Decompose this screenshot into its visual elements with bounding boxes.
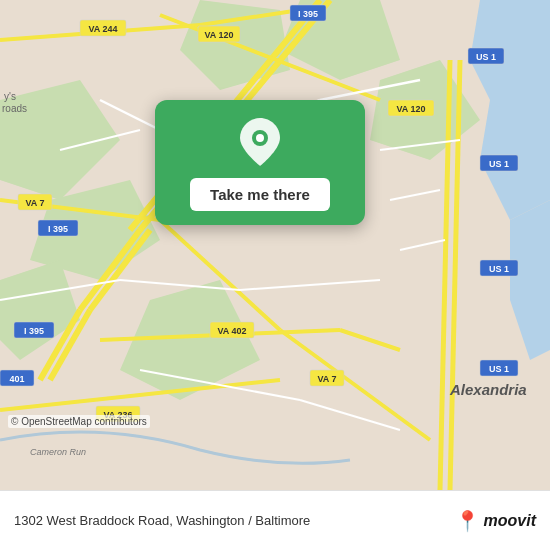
svg-text:US 1: US 1 bbox=[489, 159, 509, 169]
map-pin-icon bbox=[234, 116, 286, 168]
copyright-text: © OpenStreetMap contributors bbox=[8, 415, 150, 428]
svg-text:I 395: I 395 bbox=[298, 9, 318, 19]
map-container: VA 244 I 395 US 1 VA 120 VA 120 VA 7 I 3… bbox=[0, 0, 550, 490]
moovit-pin-icon: 📍 bbox=[455, 511, 480, 531]
svg-text:VA 120: VA 120 bbox=[396, 104, 425, 114]
svg-text:VA 244: VA 244 bbox=[88, 24, 117, 34]
svg-text:VA 120: VA 120 bbox=[204, 30, 233, 40]
moovit-logo: moovit bbox=[484, 512, 536, 530]
svg-text:VA 7: VA 7 bbox=[25, 198, 44, 208]
bottom-bar: 1302 West Braddock Road, Washington / Ba… bbox=[0, 490, 550, 550]
svg-text:401: 401 bbox=[9, 374, 24, 384]
popup-card: Take me there bbox=[155, 100, 365, 225]
svg-text:Cameron Run: Cameron Run bbox=[30, 447, 86, 457]
address-text: 1302 West Braddock Road, Washington / Ba… bbox=[14, 513, 310, 528]
svg-text:I 395: I 395 bbox=[24, 326, 44, 336]
svg-text:US 1: US 1 bbox=[476, 52, 496, 62]
svg-text:US 1: US 1 bbox=[489, 364, 509, 374]
svg-text:Alexandria: Alexandria bbox=[449, 381, 527, 398]
svg-text:VA 7: VA 7 bbox=[317, 374, 336, 384]
svg-text:roads: roads bbox=[2, 103, 27, 114]
svg-text:y's: y's bbox=[4, 91, 16, 102]
svg-text:I 395: I 395 bbox=[48, 224, 68, 234]
svg-text:VA 402: VA 402 bbox=[217, 326, 246, 336]
svg-text:US 1: US 1 bbox=[489, 264, 509, 274]
svg-point-74 bbox=[256, 134, 264, 142]
take-me-there-button[interactable]: Take me there bbox=[190, 178, 330, 211]
moovit-brand: 📍 moovit bbox=[455, 511, 536, 531]
